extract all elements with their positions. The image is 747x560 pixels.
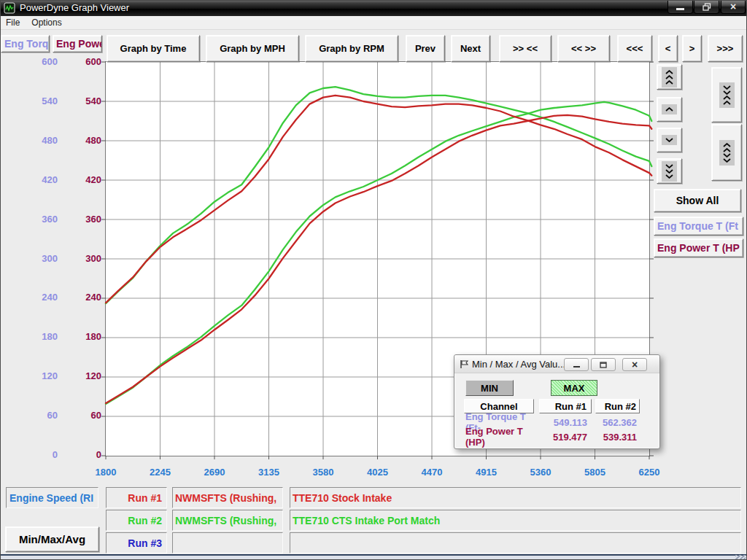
x-tick-2245: 2245 xyxy=(140,467,181,478)
scroll-up-button[interactable] xyxy=(657,97,682,122)
pan-right-fast-button[interactable]: >>> xyxy=(708,35,743,62)
graph-by-rpm-button[interactable]: Graph by RPM xyxy=(305,35,398,62)
zoom-out-x-button[interactable]: << >> xyxy=(557,35,610,62)
minmax-restore-button[interactable] xyxy=(591,358,616,371)
resize-grip[interactable] xyxy=(735,555,746,560)
zoom-out-vertical-button[interactable] xyxy=(711,124,742,181)
y-tick-power-180: 180 xyxy=(69,331,101,342)
y-tick-torque-180: 180 xyxy=(26,331,58,342)
y-tick-power-420: 420 xyxy=(69,174,101,185)
close-icon: × xyxy=(632,360,638,369)
y-tick-torque-300: 300 xyxy=(26,253,58,264)
channel-button-power[interactable]: Eng Powe xyxy=(53,35,102,52)
x-tick-3580: 3580 xyxy=(303,467,344,478)
chevron-icon xyxy=(719,140,735,166)
app-window: PowerDyne Graph Viewer × FileOptions 600… xyxy=(0,0,747,560)
menu-bar: FileOptions xyxy=(0,16,747,30)
close-button[interactable]: × xyxy=(721,0,746,14)
legend-note-box-2: TTE710 CTS Intake Port Match xyxy=(290,510,741,531)
y-tick-power-300: 300 xyxy=(69,253,101,264)
chevron-icon xyxy=(662,135,677,145)
minmax-row-run2-value-1: 562.362 xyxy=(595,416,640,428)
minmax-row-run1-value-1: 549.113 xyxy=(539,416,592,428)
y-tick-torque-540: 540 xyxy=(26,96,58,106)
x-tick-4470: 4470 xyxy=(411,467,452,478)
x-tick-4025: 4025 xyxy=(357,467,398,478)
pan-left-button[interactable]: < xyxy=(658,35,678,62)
minmax-avg-button[interactable]: Min/Max/Avg xyxy=(5,526,99,552)
close-icon: × xyxy=(730,1,736,12)
minmax-window: Min / Max / Avg Valu... × MIN MAX Channe… xyxy=(454,354,660,449)
x-tick-4915: 4915 xyxy=(466,467,507,478)
x-tick-1800: 1800 xyxy=(85,467,126,478)
pan-left-fast-button[interactable]: <<< xyxy=(617,35,652,62)
menu-options[interactable]: Options xyxy=(26,16,67,29)
minmax-window-icon xyxy=(460,359,469,369)
minmax-row-channel-2: Eng Power T (HP) xyxy=(465,431,542,443)
x-channel-box: Engine Speed (RI xyxy=(6,487,98,508)
minmax-row-run1-value-2: 519.477 xyxy=(539,431,592,443)
y-tick-torque-420: 420 xyxy=(26,174,58,185)
y-tick-power-600: 600 xyxy=(69,56,101,67)
menu-file[interactable]: File xyxy=(0,16,26,29)
minmax-minimize-button[interactable] xyxy=(564,358,589,371)
graph-by-mph-button[interactable]: Graph by MPH xyxy=(206,35,299,62)
graph-by-time-button[interactable]: Graph by Time xyxy=(107,35,200,62)
legend-dyno-box-3 xyxy=(172,532,283,553)
window-title: PowerDyne Graph Viewer xyxy=(20,2,129,13)
chevron-icon xyxy=(662,67,677,88)
zoom-in-vertical-button[interactable] xyxy=(711,67,742,122)
restore-icon xyxy=(600,362,607,368)
column-header-run2[interactable]: Run #2 xyxy=(595,399,640,413)
zoom-in-x-button[interactable]: >> << xyxy=(499,35,551,62)
minmax-row-run2-value-2: 539.311 xyxy=(595,431,640,443)
scroll-down-fast-button[interactable] xyxy=(657,158,682,184)
y-tick-torque-0: 0 xyxy=(26,449,58,460)
legend-dyno-box-1: NWMSFTS (Rushing, xyxy=(172,487,283,508)
min-tab-button[interactable]: MIN xyxy=(465,380,514,396)
app-icon xyxy=(4,2,15,14)
y-tick-torque-360: 360 xyxy=(26,214,58,225)
restore-button[interactable] xyxy=(694,0,719,14)
chevron-icon xyxy=(662,104,677,114)
y-tick-torque-60: 60 xyxy=(26,410,58,421)
next-button[interactable]: Next xyxy=(451,35,490,62)
x-tick-5360: 5360 xyxy=(520,467,561,478)
y-tick-power-480: 480 xyxy=(69,135,101,146)
prev-button[interactable]: Prev xyxy=(406,35,445,62)
y-tick-torque-600: 600 xyxy=(26,56,58,67)
max-tab-button[interactable]: MAX xyxy=(551,380,597,396)
minimize-icon xyxy=(676,8,684,10)
scroll-up-fast-button[interactable] xyxy=(657,64,682,90)
minmax-window-title: Min / Max / Avg Valu... xyxy=(472,359,565,370)
x-tick-6250: 6250 xyxy=(629,467,670,478)
y-tick-torque-480: 480 xyxy=(26,135,58,146)
scroll-down-button[interactable] xyxy=(657,128,682,152)
minmax-title-bar[interactable]: Min / Max / Avg Valu... × xyxy=(454,355,659,373)
channel-button-torque[interactable]: Eng Torq xyxy=(1,35,50,52)
y-tick-power-540: 540 xyxy=(69,96,101,106)
y-tick-power-360: 360 xyxy=(69,214,101,225)
x-tick-5805: 5805 xyxy=(575,467,616,478)
show-all-button[interactable]: Show All xyxy=(654,189,741,212)
legend-run-label-2: Run #2 xyxy=(106,510,167,531)
y1-channel-button[interactable]: Eng Torque T (Ft xyxy=(654,217,743,236)
y-tick-power-240: 240 xyxy=(69,292,101,303)
legend-note-box-3 xyxy=(290,532,741,553)
minimize-icon xyxy=(573,366,580,368)
legend-dyno-box-2: NWMSFTS (Rushing, xyxy=(172,510,283,531)
legend-note-box-1: TTE710 Stock Intake xyxy=(290,487,741,508)
y-tick-power-120: 120 xyxy=(69,370,101,381)
legend-run-label-3: Run #3 xyxy=(106,532,167,553)
x-tick-3135: 3135 xyxy=(249,467,290,478)
title-bar[interactable]: PowerDyne Graph Viewer × xyxy=(0,0,747,16)
y2-channel-button[interactable]: Eng Power T (HP xyxy=(654,238,743,257)
minimize-button[interactable] xyxy=(667,0,693,14)
minmax-close-button[interactable]: × xyxy=(622,358,647,371)
pan-right-button[interactable]: > xyxy=(682,35,702,62)
y-tick-power-60: 60 xyxy=(69,410,101,421)
y-tick-power-0: 0 xyxy=(69,449,101,460)
column-header-run1[interactable]: Run #1 xyxy=(539,399,592,413)
chevron-icon xyxy=(719,82,735,108)
x-tick-2690: 2690 xyxy=(194,467,235,478)
